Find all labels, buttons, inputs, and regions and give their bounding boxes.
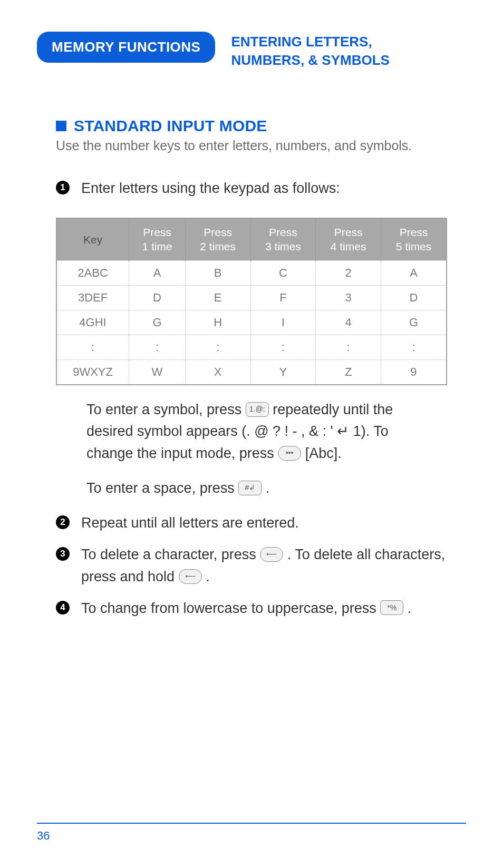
cell: W [129,359,186,385]
cell: D [381,285,447,310]
col-press-2: Press2 times [185,218,250,260]
step-4: 4 To change from lowercase to uppercase,… [56,598,466,620]
title-line-2: NUMBERS, & SYMBOLS [231,52,389,68]
star-key-icon: *% [380,600,403,615]
step-4-text: To change from lowercase to uppercase, p… [81,598,411,620]
cell: G [381,310,447,335]
cell: 4 [316,310,381,335]
table-header-row: Key Press1 time Press2 times Press3 time… [56,218,447,260]
text: To enter a space, press [86,480,238,496]
col-key: Key [56,218,129,260]
step-2-text: Repeat until all letters are entered. [81,512,299,534]
table-row: 4GHI G H I 4 G [56,310,447,335]
step-number-1-icon: 1 [56,181,70,194]
step-number-2-icon: 2 [56,515,70,529]
cell: 9WXYZ [56,359,129,385]
cell: : [316,335,381,359]
cell: F [250,285,316,310]
cell: Y [250,359,316,385]
cell: C [250,260,316,285]
table-row: 2ABC A B C 2 A [56,260,447,285]
cell: 4GHI [56,310,129,335]
cell: 3DEF [56,285,129,310]
square-bullet-icon [56,121,66,131]
cell: B [185,260,250,285]
cell: : [56,335,129,359]
cell: D [129,285,186,310]
cell: G [129,310,186,335]
cell: X [185,359,250,385]
page-footer: 36 [37,823,466,843]
cell: : [381,335,447,359]
col-press-5: Press5 times [381,218,447,260]
one-key-icon: 1.@: [246,402,269,417]
keypad-table: Key Press1 time Press2 times Press3 time… [56,218,447,385]
cell: 2 [316,260,381,285]
cell: A [129,260,186,285]
col-press-3: Press3 times [250,218,316,260]
text: To change from lowercase to uppercase, p… [81,600,380,616]
text: . [266,480,270,496]
page-title: ENTERING LETTERS, NUMBERS, & SYMBOLS [231,32,389,70]
cell: 2ABC [56,260,129,285]
col-press-1: Press1 time [129,218,186,260]
symbol-instruction: To enter a symbol, press 1.@: repeatedly… [86,399,434,465]
table-row: 3DEF D E F 3 D [56,285,447,310]
step-number-3-icon: 3 [56,547,70,561]
text: To delete a character, press [81,547,260,562]
text: To enter a symbol, press [86,402,246,417]
cell: 3 [316,285,381,310]
section-subtext: Use the number keys to enter letters, nu… [56,138,466,153]
cell: : [129,335,186,359]
cell: A [381,260,447,285]
soft-key-icon: ••• [278,446,301,461]
space-instruction: To enter a space, press #↲ . [86,477,434,500]
col-press-4: Press4 times [316,218,381,260]
step-3: 3 To delete a character, press ⟵ . To de… [56,544,466,588]
back-key-icon: ⟵ [179,569,202,584]
title-line-1: ENTERING LETTERS, [231,34,372,50]
step-2: 2 Repeat until all letters are entered. [56,512,466,534]
cell: 9 [381,359,447,385]
section-tab: MEMORY FUNCTIONS [37,32,215,63]
section-heading-text: STANDARD INPUT MODE [74,117,267,135]
cell: E [185,285,250,310]
section-heading: STANDARD INPUT MODE [56,117,466,135]
step-1: 1 Enter letters using the keypad as foll… [56,178,466,200]
cell: I [250,310,316,335]
cell: Z [316,359,381,385]
text: [Abc]. [305,445,342,461]
cell: : [250,335,316,359]
step-1-text: Enter letters using the keypad as follow… [81,178,340,200]
text: . [408,600,412,616]
text: . [206,569,210,584]
table-row: : : : : : : [56,335,447,359]
cell: : [185,335,250,359]
step-3-text: To delete a character, press ⟵ . To dele… [81,544,466,588]
back-key-icon: ⟵ [260,547,283,562]
cell: H [185,310,250,335]
hash-key-icon: #↲ [238,481,262,495]
page-header: MEMORY FUNCTIONS ENTERING LETTERS, NUMBE… [37,32,466,70]
page-number: 36 [37,829,50,842]
step-number-4-icon: 4 [56,601,70,615]
table-row: 9WXYZ W X Y Z 9 [56,359,447,385]
